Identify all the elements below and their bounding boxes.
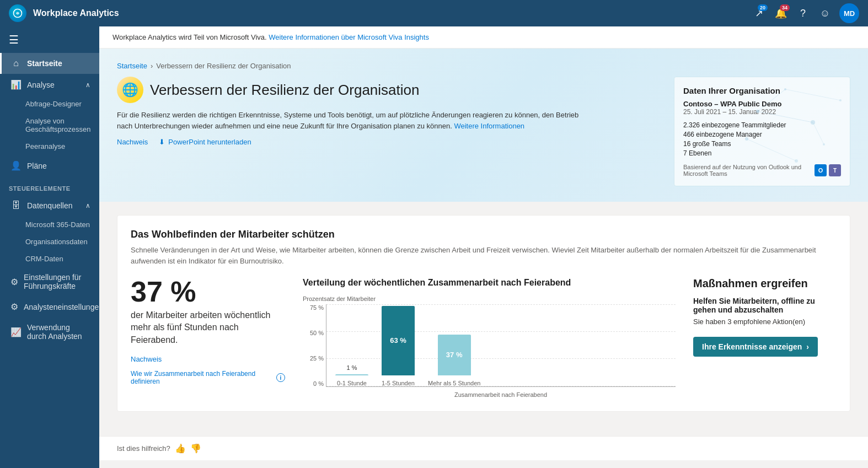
main-content: Workplace Analytics wird Teil von Micros… [99, 26, 868, 468]
wellbeing-title: Das Wohlbefinden der Mitarbeiter schütze… [131, 229, 837, 240]
sidebar-item-analyse-geschaeft[interactable]: Analyse von Geschäftsprozessen [0, 112, 99, 138]
chart-x-label: Zusammenarbeit nach Feierabend [326, 391, 676, 398]
sidebar-item-analysteneinstellungen[interactable]: ⚙ Analysteneinstellungen [0, 296, 99, 318]
bar3-value-label: 37 % [446, 351, 463, 359]
data-panel-org-name: Contoso – WPA Public Demo [683, 100, 841, 108]
chart-bar-group-3: 37 % Mehr als 5 Stunden [428, 335, 480, 386]
hero-body: 🌐 Verbessern der Resilienz der Organisat… [117, 77, 850, 186]
thumbs-down-icon[interactable]: 👎 [190, 443, 201, 454]
y-axis-75: 75 % [310, 304, 324, 311]
stat-column: 37 % der Mitarbeiter arbeiten wöchentlic… [131, 277, 285, 385]
info-banner: Workplace Analytics wird Teil von Micros… [99, 26, 868, 49]
analyse-icon: 📊 [10, 79, 22, 90]
chart-bar-2: 63 % [382, 306, 415, 375]
wellbeing-desc: Schnelle Veränderungen in der Art und We… [131, 245, 837, 266]
datenquellen-icon: 🗄 [10, 201, 22, 211]
main-layout: ☰ ⌂ Startseite 📊 Analyse ∧ Abfrage-Desig… [0, 26, 868, 468]
sidebar-item-einstellungen[interactable]: ⚙ Einstellungen für Führungskräfte [0, 267, 99, 296]
nachweis-link[interactable]: Nachweis [117, 138, 148, 146]
section-columns: 37 % der Mitarbeiter arbeiten wöchentlic… [131, 277, 837, 398]
data-panel-date: 25. Juli 2021 – 15. Januar 2022 [683, 108, 841, 116]
sidebar-item-datenquellen[interactable]: 🗄 Datenquellen ∧ [0, 195, 99, 216]
verwendung-icon: 📈 [10, 327, 22, 337]
settings-icon: ⚙ [10, 277, 18, 287]
data-panel-stat4: 7 Ebenen [683, 149, 841, 157]
hero-more-info-link[interactable]: Weitere Informationen [454, 122, 524, 130]
app-title: Workplace Analytics [33, 8, 749, 18]
action-column: Maßnahmen ergreifen Helfen Sie Mitarbeit… [693, 277, 837, 357]
banner-text: Workplace Analytics wird Teil von Micros… [112, 33, 267, 41]
sidebar-item-home[interactable]: ⌂ Startseite [0, 53, 99, 74]
topnav: Workplace Analytics ↗ 20 🔔 34 ? ☺ MD [0, 0, 868, 26]
chart-column: Verteilung der wöchentlichen Zusammenarb… [303, 277, 676, 398]
chart-bar-3: 37 % [438, 335, 471, 375]
hero-right: Daten Ihrer Organisation Contoso – WPA P… [674, 77, 850, 186]
user-avatar[interactable]: MD [839, 3, 859, 23]
content-area: Das Wohlbefinden der Mitarbeiter schütze… [99, 202, 868, 436]
sidebar-item-plaene[interactable]: 👤 Pläne [0, 155, 99, 176]
outlook-icon: O [815, 164, 827, 176]
sidebar-item-orgdata[interactable]: Organisationsdaten [0, 233, 99, 250]
big-stat: 37 % [131, 277, 285, 306]
sidebar-analysten-label: Analysteneinstellungen [24, 303, 99, 311]
chevron-up-icon-2: ∧ [85, 202, 90, 209]
data-panel-footer: Basierend auf der Nutzung von Outlook un… [683, 164, 841, 177]
hero-section: Startseite › Verbessern der Resilienz de… [99, 49, 868, 202]
bar1-label: 0-1 Stunde [337, 380, 367, 386]
share-button[interactable]: ↗ 20 [749, 3, 769, 23]
hero-left: 🌐 Verbessern der Resilienz der Organisat… [117, 77, 661, 186]
data-panel: Daten Ihrer Organisation Contoso – WPA P… [674, 77, 850, 186]
topnav-icons: ↗ 20 🔔 34 ? ☺ MD [749, 3, 859, 23]
bar3-label: Mehr als 5 Stunden [428, 380, 480, 386]
define-link[interactable]: Wie wir Zusammenarbeit nach Feierabend d… [131, 370, 285, 385]
breadcrumb-current: Verbessern der Resilienz der Organisatio… [156, 62, 291, 70]
wellbeing-section: Das Wohlbefinden der Mitarbeiter schütze… [117, 215, 850, 412]
chart-bar-group-1: 1 % 0-1 Stunde [335, 364, 368, 386]
sidebar-item-abfrage[interactable]: Abfrage-Designer [0, 95, 99, 112]
sidebar-analyse-label: Analyse [27, 80, 55, 89]
stat-desc: der Mitarbeiter arbeiten wöchentlich meh… [131, 309, 285, 346]
hero-icon: 🌐 [117, 77, 143, 103]
sidebar-einstellungen-label: Einstellungen für Führungskräfte [24, 273, 90, 291]
info-circle-icon: i [276, 373, 285, 382]
analysteneinstellungen-icon: ⚙ [10, 302, 18, 312]
settings-button[interactable]: ☺ [815, 3, 835, 23]
sidebar-item-verwendung[interactable]: 📈 Verwendung durch Analysten [0, 318, 99, 346]
plaene-icon: 👤 [10, 160, 22, 171]
breadcrumb-home[interactable]: Startseite [117, 62, 147, 70]
banner-link[interactable]: Weitere Informationen über Microsoft Viv… [269, 33, 429, 41]
download-icon: ⬇ [159, 138, 165, 146]
page-title: Verbessern der Resilienz der Organisatio… [150, 82, 419, 99]
breadcrumb: Startseite › Verbessern der Resilienz de… [117, 62, 850, 70]
sidebar-item-crm[interactable]: CRM-Daten [0, 250, 99, 267]
sidebar-item-analyse[interactable]: 📊 Analyse ∧ [0, 74, 99, 95]
hamburger-menu[interactable]: ☰ [0, 26, 99, 53]
sidebar-item-peeranalyse[interactable]: Peeranalyse [0, 138, 99, 155]
help-button[interactable]: ? [793, 3, 813, 23]
bar1-value-label: 1 % [347, 364, 357, 371]
action-button[interactable]: Ihre Erkenntnisse anzeigen › [693, 337, 818, 357]
chart-y-label: Prozentsatz der Mitarbeiter [303, 295, 676, 302]
y-axis-25: 25 % [310, 355, 324, 362]
sidebar-section-steuerelemente: Steuerelemente [0, 176, 99, 195]
hero-title-row: 🌐 Verbessern der Resilienz der Organisat… [117, 77, 661, 103]
hero-links: Nachweis ⬇ PowerPoint herunterladen [117, 138, 661, 146]
sidebar-item-microsoft365[interactable]: Microsoft 365-Daten [0, 216, 99, 233]
data-panel-stat3: 16 große Teams [683, 140, 841, 148]
data-panel-stat2: 466 einbezogene Manager [683, 131, 841, 138]
thumbs-up-icon[interactable]: 👍 [175, 443, 186, 454]
action-desc: Sie haben 3 empfohlene Aktion(en) [693, 318, 837, 326]
y-axis-0: 0 % [313, 380, 324, 387]
data-panel-stat1: 2.326 einbezogene Teammitglieder [683, 121, 841, 129]
bar2-label: 1-5 Stunden [382, 380, 415, 386]
notifications-button[interactable]: 🔔 34 [771, 3, 791, 23]
chevron-right-icon: › [806, 342, 809, 351]
app-logo [9, 4, 26, 22]
download-link[interactable]: ⬇ PowerPoint herunterladen [159, 138, 251, 146]
notifications-badge: 34 [780, 4, 790, 11]
sidebar-datenquellen-label: Datenquellen [27, 201, 73, 210]
chevron-up-icon: ∧ [85, 81, 90, 89]
app-icons: O T [815, 164, 841, 176]
teams-icon: T [829, 164, 841, 176]
wellbeing-nachweis-link[interactable]: Nachweis [131, 355, 285, 363]
